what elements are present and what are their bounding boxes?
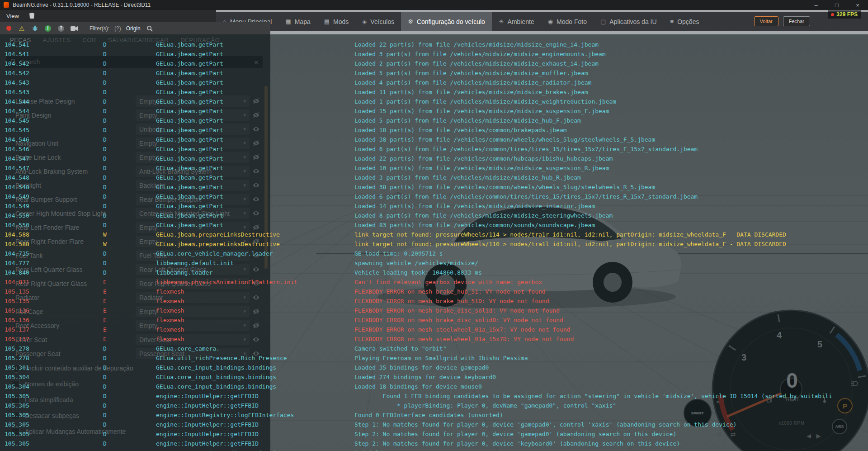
console-row[interactable]: 105.305Dengine::InputHelper::getFFBIDSte…: [0, 439, 868, 448]
console-row[interactable]: 104.545DGELua.jbeam.getPartLoaded 5 part…: [0, 116, 868, 125]
console-row[interactable]: 105.136EflexmeshFLEXBODY ERROR on mesh b…: [0, 306, 868, 315]
log-message: Loaded 1 part(s) from file /vehicles/mid…: [354, 97, 616, 106]
console-row[interactable]: 105.137EflexmeshFLEXBODY ERROR on mesh s…: [0, 334, 868, 344]
log-origin: GELua.jbeam.getPart: [156, 144, 223, 154]
console-row[interactable]: 104.543DGELua.jbeam.getPartLoaded 11 par…: [0, 87, 868, 97]
error-filter-button[interactable]: [5, 24, 13, 33]
topbar-tab-configuracao-do-veiculo[interactable]: ⚙Configuração do veículo: [401, 12, 492, 31]
console-row[interactable]: 105.305Dengine::InputHelper::getFFBID Fo…: [0, 391, 868, 401]
warning-filter-button[interactable]: ⚠: [18, 24, 26, 33]
filter-origin-select[interactable]: Origin: [126, 25, 141, 32]
filter-search-icon[interactable]: [146, 24, 154, 33]
log-origin: flexmesh: [156, 296, 184, 306]
log-origin: flexmesh: [156, 325, 184, 334]
log-level: D: [103, 258, 107, 268]
log-origin: GELua.jbeam.getPart: [156, 40, 223, 49]
console-row[interactable]: 105.305Dengine::InputHelper::getFFBIDSte…: [0, 429, 868, 439]
console-row[interactable]: 104.871Elibbeamng.physicsAnimationFkPatt…: [0, 277, 868, 287]
log-level: D: [103, 420, 107, 429]
console-row[interactable]: 104.735DGELua.core_vehicle_manager.loade…: [0, 249, 868, 258]
log-time: 104.549: [5, 192, 29, 201]
aplicativos-da-iu-icon: ▢: [600, 18, 606, 25]
console-row[interactable]: 104.545DGELua.jbeam.getPartLoaded 18 par…: [0, 125, 868, 135]
console-row[interactable]: 104.840Dlibbeamng.loaderVehicle loading …: [0, 268, 868, 277]
console-row[interactable]: 105.278DGELua.util_richPresence.Rich Pre…: [0, 353, 868, 363]
log-message: Step 2: No matches found for player 0, d…: [354, 439, 680, 448]
question-icon: ?: [58, 25, 64, 32]
topbar-tab-ambiente[interactable]: ☀Ambiente: [492, 12, 541, 31]
console-row[interactable]: 104.541DGELua.jbeam.getPartLoaded 22 par…: [0, 40, 868, 49]
log-time: 105.136: [5, 315, 29, 325]
topbar-tab-mapa[interactable]: ▦Mapa: [278, 12, 317, 31]
log-time: 104.542: [5, 59, 29, 68]
console-row[interactable]: 104.588WGELua.jbeam.prepareLinksDestruct…: [0, 230, 868, 239]
console-row[interactable]: 104.543DGELua.jbeam.getPartLoaded 4 part…: [0, 78, 868, 87]
log-message: Loaded 18 bindings for device mouse0: [354, 382, 482, 391]
log-level: D: [103, 106, 107, 116]
console-row[interactable]: 104.588WGELua.jbeam.prepareLinksDestruct…: [0, 239, 868, 249]
log-level: D: [103, 401, 107, 410]
console-row[interactable]: 105.278DGELua.core_camera.Camera switche…: [0, 344, 868, 353]
console-row[interactable]: 104.550DGELua.jbeam.getPartLoaded 8 part…: [0, 211, 868, 220]
console-row[interactable]: 104.541DGELua.jbeam.getPartLoaded 3 part…: [0, 49, 868, 59]
console-row[interactable]: 105.305Dengine::InputRegistry::logFFBInt…: [0, 410, 868, 420]
maximize-button[interactable]: □: [826, 0, 847, 10]
console-row[interactable]: 105.137EflexmeshFLEXBODY ERROR on mesh s…: [0, 325, 868, 334]
window-titlebar[interactable]: BeamNG.drive - 0.31.1.0.16000 - RELEASE …: [0, 0, 868, 10]
console-row[interactable]: 104.547DGELua.jbeam.getPartLoaded 22 par…: [0, 154, 868, 163]
clear-console-button[interactable]: [25, 12, 38, 20]
console-row[interactable]: 104.549DGELua.jbeam.getPartLoaded 6 part…: [0, 192, 868, 201]
console-row[interactable]: 104.547DGELua.jbeam.getPartLoaded 10 par…: [0, 163, 868, 173]
console-row[interactable]: 105.305Dengine::InputHelper::getFFBID * …: [0, 401, 868, 410]
camera-button[interactable]: [70, 24, 78, 33]
console-row[interactable]: 105.301DGELua.core_input_bindings.bindin…: [0, 363, 868, 372]
topbar-tab-veiculos[interactable]: ◈Veículos: [355, 12, 401, 31]
console-menubar: View: [0, 10, 216, 22]
topbar-tab-modo-foto[interactable]: ◉Modo Foto: [541, 12, 594, 31]
log-origin: GELua.jbeam.getPart: [156, 87, 223, 97]
console-row[interactable]: 104.546DGELua.jbeam.getPartLoaded 6 part…: [0, 144, 868, 154]
log-origin: GELua.jbeam.getPart: [156, 116, 223, 125]
console-row[interactable]: 104.542DGELua.jbeam.getPartLoaded 2 part…: [0, 59, 868, 68]
console-row[interactable]: 105.304DGELua.core_input_bindings.bindin…: [0, 372, 868, 382]
console-row[interactable]: 105.304DGELua.core_input_bindings.bindin…: [0, 382, 868, 391]
help-button[interactable]: ?: [57, 24, 65, 33]
console-row[interactable]: 104.548DGELua.jbeam.getPartLoaded 3 part…: [0, 173, 868, 182]
topbar-tab-opcoes[interactable]: ≡Opções: [664, 12, 706, 31]
log-origin: GELua.jbeam.getPart: [156, 163, 223, 173]
console-row[interactable]: 104.542DGELua.jbeam.getPartLoaded 5 part…: [0, 68, 868, 78]
camera-icon: [71, 26, 78, 31]
console-row[interactable]: 104.548DGELua.jbeam.getPartLoaded 38 par…: [0, 182, 868, 192]
info-filter-button[interactable]: i: [44, 24, 52, 33]
log-time: 105.135: [5, 287, 29, 296]
log-time: 104.735: [5, 249, 29, 258]
console-row[interactable]: 105.135EflexmeshFLEXBODY ERROR on mesh b…: [0, 287, 868, 296]
topbar-button-voltar[interactable]: Voltar: [754, 16, 778, 26]
console-row[interactable]: 104.550DGELua.jbeam.getPartLoaded 83 par…: [0, 220, 868, 230]
fps-counter: 329 FPS: [828, 10, 861, 19]
minimize-button[interactable]: –: [806, 0, 826, 10]
console-row[interactable]: 104.544DGELua.jbeam.getPartLoaded 1 part…: [0, 97, 868, 106]
log-origin: flexmesh: [156, 287, 184, 296]
console-row[interactable]: 105.135EflexmeshFLEXBODY ERROR on mesh b…: [0, 296, 868, 306]
topbar-tab-mods[interactable]: ▤Mods: [317, 12, 356, 31]
console-row[interactable]: 105.305Dengine::InputHelper::getFFBIDSte…: [0, 420, 868, 429]
console-row[interactable]: 105.766DGELua.ge_extensions.editor_api_g…: [0, 448, 868, 451]
topbar-tab-aplicativos-da-iu[interactable]: ▢Aplicativos da IU: [594, 12, 664, 31]
view-menu[interactable]: View: [0, 10, 25, 22]
close-button[interactable]: ×: [847, 0, 868, 10]
console-row[interactable]: 104.546DGELua.jbeam.getPartLoaded 38 par…: [0, 135, 868, 144]
veiculos-icon: ◈: [362, 18, 367, 25]
console-row[interactable]: 104.549DGELua.jbeam.getPartLoaded 14 par…: [0, 201, 868, 211]
log-level: E: [103, 296, 107, 306]
console-row[interactable]: 104.544DGELua.jbeam.getPartLoaded 15 par…: [0, 106, 868, 116]
log-level: D: [103, 87, 107, 97]
filter-help[interactable]: (?): [114, 25, 121, 32]
topbar-button-fechar[interactable]: Fechar: [783, 16, 810, 26]
log-level: D: [103, 439, 107, 448]
console-row[interactable]: 104.777Dlibbeamng.default.initspawning v…: [0, 258, 868, 268]
console-row[interactable]: 105.136EflexmeshFLEXBODY ERROR on mesh b…: [0, 315, 868, 325]
log-time: 105.278: [5, 344, 29, 353]
debug-filter-button[interactable]: [31, 24, 39, 33]
log-level: D: [103, 78, 107, 87]
